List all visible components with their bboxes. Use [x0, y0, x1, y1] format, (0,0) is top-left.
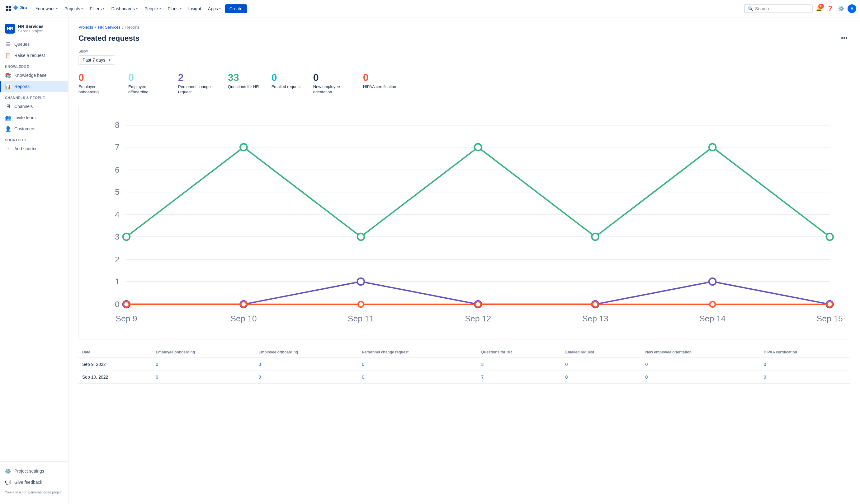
raise-icon: 📋	[5, 52, 11, 59]
svg-text:5: 5	[115, 187, 119, 197]
reports-label: Reports	[14, 84, 30, 89]
nav-logo[interactable]: 🔷 Jira	[4, 5, 31, 12]
sidebar-item-give-feedback[interactable]: 💬 Give feedback	[0, 477, 68, 488]
sidebar-item-knowledge[interactable]: 📚 Knowledge base	[0, 70, 68, 81]
sidebar-item-queues[interactable]: ☰ Queues	[0, 39, 68, 50]
main-content: Projects / HR Services / Reports Created…	[69, 17, 860, 504]
invite-label: Invite team	[14, 115, 35, 120]
metric-label: Employee onboarding	[78, 84, 116, 95]
search-icon: 🔍	[748, 6, 753, 11]
table-num-cell: 0	[562, 371, 642, 383]
breadcrumb-projects[interactable]: Projects	[78, 25, 93, 30]
section-shortcuts: SHORTCUTS	[0, 134, 68, 143]
sidebar-project-header[interactable]: HR HR Services Service project	[0, 21, 68, 39]
show-value: Past 7 days	[83, 58, 105, 62]
more-options-button[interactable]: •••	[838, 33, 850, 43]
app-layout: HR HR Services Service project ☰ Queues …	[0, 17, 860, 504]
table-num-cell: 0	[562, 358, 642, 371]
sidebar-item-invite[interactable]: 👥 Invite team	[0, 112, 68, 123]
metric-label: HIPAA certification	[363, 84, 396, 90]
metric-label: Questions for HR	[228, 84, 259, 90]
svg-text:4: 4	[115, 210, 119, 219]
svg-text:Sep 13: Sep 13	[582, 314, 608, 323]
user-avatar[interactable]: A	[848, 4, 856, 13]
svg-point-32	[826, 233, 833, 240]
col-emp-onboarding: Employee onboarding	[152, 347, 255, 358]
search-input[interactable]	[755, 6, 802, 11]
metric-value: 0	[363, 72, 396, 83]
svg-point-42	[358, 301, 364, 307]
svg-text:Sep 11: Sep 11	[348, 314, 374, 323]
add-shortcut-label: Add shortcut	[14, 146, 39, 151]
sidebar-item-customers[interactable]: 👤 Customers	[0, 123, 68, 134]
metric-value: 0	[128, 72, 166, 83]
sidebar-item-channels[interactable]: 🖥 Channels	[0, 101, 68, 112]
customers-label: Customers	[14, 126, 35, 131]
project-name: HR Services	[18, 24, 44, 29]
svg-point-45	[710, 301, 715, 307]
table-num-cell: 0	[358, 358, 477, 371]
breadcrumb-sep-1: /	[95, 25, 96, 30]
section-channels: CHANNELS & PEOPLE	[0, 92, 68, 101]
create-button[interactable]: Create	[225, 4, 247, 13]
sidebar-item-project-settings[interactable]: ⚙️ Project settings	[0, 465, 68, 477]
svg-point-46	[827, 301, 833, 307]
svg-text:2: 2	[115, 255, 119, 264]
svg-point-28	[357, 233, 364, 240]
nav-item-filters[interactable]: Filters▾	[87, 4, 108, 13]
svg-text:6: 6	[115, 165, 119, 175]
show-dropdown[interactable]: Past 7 days ▼	[78, 55, 115, 65]
nav-item-insight[interactable]: Insight	[185, 4, 204, 13]
notification-button[interactable]: 🔔 9+	[814, 4, 824, 14]
project-type: Service project	[18, 29, 44, 33]
sidebar-item-raise[interactable]: 📋 Raise a request	[0, 50, 68, 61]
chart-svg: 0 1 2 3 4 5 6 7 8 Sep 9 Sep 10 Sep 11 Se…	[85, 112, 844, 332]
nav-item-your-work[interactable]: Your work▾	[32, 4, 61, 13]
help-button[interactable]: ❓	[825, 4, 835, 14]
table-date-cell: Sep 10, 2022	[78, 371, 152, 383]
table-num-cell: 0	[255, 358, 358, 371]
sidebar-item-add-shortcut[interactable]: ＋ Add shortcut	[0, 143, 68, 154]
table-date-cell: Sep 9, 2022	[78, 358, 152, 371]
nav-item-projects[interactable]: Projects▾	[61, 4, 86, 13]
svg-point-27	[240, 144, 247, 151]
col-date: Date	[78, 347, 152, 358]
svg-text:Sep 10: Sep 10	[230, 314, 257, 323]
nav-item-people[interactable]: People▾	[141, 4, 164, 13]
nav-item-plans[interactable]: Plans▾	[165, 4, 185, 13]
chevron-icon: ▾	[159, 7, 161, 10]
chevron-down-icon: ▼	[108, 58, 111, 62]
breadcrumb-hr-services[interactable]: HR Services	[98, 25, 120, 30]
svg-text:Sep 15: Sep 15	[817, 314, 843, 323]
metric-item: 0HIPAA certification	[363, 72, 396, 95]
sidebar-item-reports[interactable]: 📊 Reports	[0, 81, 68, 92]
metric-item: 0New employee orientation	[313, 72, 350, 95]
search-box[interactable]: 🔍	[744, 4, 813, 13]
metric-value: 0	[78, 72, 116, 83]
page-header: Created requests •••	[78, 33, 850, 43]
svg-text:1: 1	[115, 277, 119, 286]
svg-point-35	[357, 278, 364, 285]
settings-button[interactable]: ⚙️	[836, 4, 846, 14]
page-title: Created requests	[78, 34, 140, 43]
raise-label: Raise a request	[14, 53, 45, 58]
section-knowledge: KNOWLEDGE	[0, 61, 68, 70]
nav-items: Your work▾Projects▾Filters▾Dashboards▾Pe…	[32, 4, 224, 13]
metric-item: 33Questions for HR	[228, 72, 259, 95]
svg-point-44	[592, 301, 598, 307]
nav-item-apps[interactable]: Apps▾	[205, 4, 224, 13]
svg-text:0: 0	[115, 300, 119, 309]
metric-label: New employee orientation	[313, 84, 350, 95]
chevron-icon: ▾	[180, 7, 182, 10]
col-new-employee: New employee orientation	[642, 347, 760, 358]
nav-item-dashboards[interactable]: Dashboards▾	[108, 4, 141, 13]
chart-container: 0 1 2 3 4 5 6 7 8 Sep 9 Sep 10 Sep 11 Se…	[78, 105, 850, 339]
svg-point-30	[592, 233, 599, 240]
knowledge-label: Knowledge base	[14, 73, 47, 78]
col-questions-hr: Questions for HR	[477, 347, 561, 358]
svg-text:7: 7	[115, 143, 119, 152]
breadcrumb-sep-2: /	[123, 25, 124, 30]
top-nav: 🔷 Jira Your work▾Projects▾Filters▾Dashbo…	[0, 0, 860, 17]
metric-item: 0Employee offboarding	[128, 72, 166, 95]
give-feedback-label: Give feedback	[14, 480, 42, 485]
